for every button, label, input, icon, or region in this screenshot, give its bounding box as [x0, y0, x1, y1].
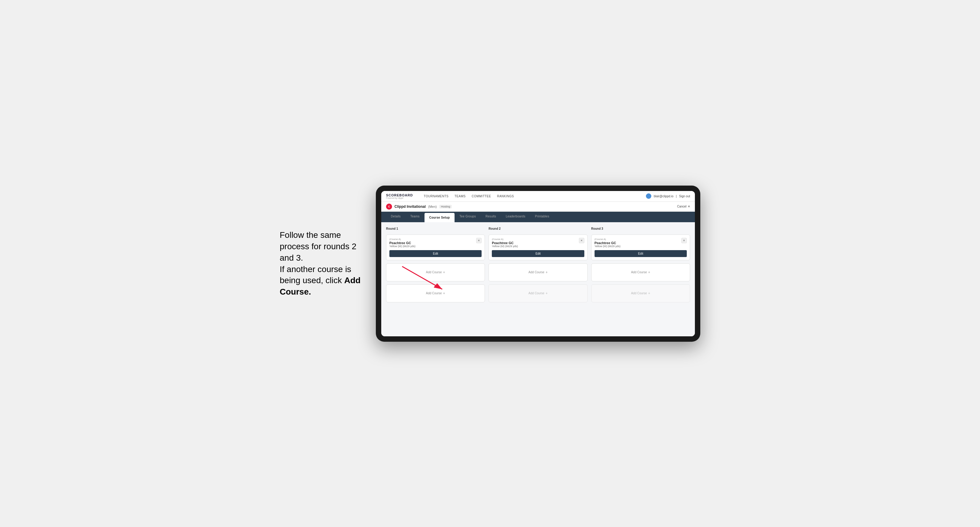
round-1-add-course-1[interactable]: Add Course +: [386, 264, 485, 281]
course-card-header-2: (Course A) Peachtree GC Yellow (M) (6629…: [492, 238, 584, 250]
round-3-add-course-1[interactable]: Add Course +: [591, 264, 690, 281]
add-course-label-r2-2: Add Course +: [528, 291, 548, 295]
tablet-frame: SCOREBOARD Powered by clippd TOURNAMENTS…: [376, 186, 700, 342]
plus-icon: +: [443, 270, 445, 275]
nav-committee[interactable]: COMMITTEE: [472, 195, 491, 198]
course-name-3: Peachtree GC: [595, 241, 621, 245]
tab-results[interactable]: Results: [481, 212, 501, 222]
card-actions-2: ✕: [579, 238, 584, 243]
round-1-edit-button[interactable]: Edit: [389, 250, 482, 257]
nav-links: TOURNAMENTS TEAMS COMMITTEE RANKINGS: [423, 195, 638, 198]
plus-icon-2: +: [443, 291, 445, 295]
nav-teams[interactable]: TEAMS: [455, 195, 466, 198]
card-delete-icon-2[interactable]: ✕: [579, 238, 584, 243]
add-course-label-r3: Add Course +: [631, 270, 650, 275]
course-details: Yellow (M) (6629 yds): [389, 245, 415, 248]
round-3-label: Round 3: [591, 227, 690, 230]
course-details-3: Yellow (M) (6629 yds): [595, 245, 621, 248]
course-card-header-3: (Course A) Peachtree GC Yellow (M) (6629…: [595, 238, 687, 250]
instruction-text: Follow the same process for rounds 2 and…: [280, 230, 361, 296]
card-delete-icon-3[interactable]: ✕: [681, 238, 687, 243]
round-2-add-course-1[interactable]: Add Course +: [488, 264, 587, 281]
hosting-badge: Hosting: [439, 205, 452, 208]
clippd-logo: C: [386, 203, 392, 210]
round-2-add-course-2: Add Course +: [488, 284, 587, 302]
course-info-2: (Course A) Peachtree GC Yellow (M) (6629…: [492, 238, 518, 250]
user-email: blair@clippd.io: [654, 195, 674, 198]
course-tag-3: (Course A): [595, 238, 621, 241]
add-course-label-r2: Add Course +: [528, 270, 548, 275]
course-tag: (Course A): [389, 238, 415, 241]
tab-printables[interactable]: Printables: [530, 212, 554, 222]
nav-right: blair@clippd.io | Sign out: [646, 194, 690, 199]
course-tag-2: (Course A): [492, 238, 518, 241]
user-avatar: [646, 194, 651, 199]
course-info-3: (Course A) Peachtree GC Yellow (M) (6629…: [595, 238, 621, 250]
tab-details[interactable]: Details: [386, 212, 406, 222]
plus-icon-r2-2: +: [546, 291, 548, 295]
course-card-header: (Course A) Peachtree GC Yellow (M) (6629…: [389, 238, 482, 250]
nav-separator: |: [676, 195, 677, 198]
round-1-column: Round 1 (Course A) Peachtree GC Yellow (…: [386, 227, 485, 302]
tablet-screen: SCOREBOARD Powered by clippd TOURNAMENTS…: [381, 191, 695, 337]
add-course-label-r3-2: Add Course +: [631, 291, 650, 295]
course-name: Peachtree GC: [389, 241, 415, 245]
cancel-x-icon: ✕: [688, 205, 690, 208]
round-3-add-course-2: Add Course +: [591, 284, 690, 302]
round-3-edit-button[interactable]: Edit: [595, 250, 687, 257]
tournament-info: C Clippd Invitational (Men) Hosting: [386, 203, 452, 210]
logo-area: SCOREBOARD Powered by clippd: [386, 194, 413, 199]
tab-tee-groups[interactable]: Tee Groups: [455, 212, 481, 222]
tournament-sub: (Men): [428, 205, 437, 208]
sign-out-link[interactable]: Sign out: [679, 195, 690, 198]
instruction-block: Follow the same process for rounds 2 and…: [280, 229, 364, 298]
scoreboard-logo: SCOREBOARD: [386, 194, 413, 197]
plus-icon-r3: +: [648, 270, 650, 275]
tab-teams[interactable]: Teams: [406, 212, 425, 222]
add-course-label-2: Add Course +: [426, 291, 445, 295]
cancel-button[interactable]: Cancel ✕: [677, 205, 690, 208]
round-2-label: Round 2: [488, 227, 587, 230]
rounds-grid: Round 1 (Course A) Peachtree GC Yellow (…: [386, 227, 690, 302]
card-actions: ✕: [476, 238, 482, 243]
round-2-column: Round 2 (Course A) Peachtree GC Yellow (…: [488, 227, 587, 302]
round-3-course-card: (Course A) Peachtree GC Yellow (M) (6629…: [591, 235, 690, 260]
add-course-emphasis: Add Course.: [280, 276, 361, 296]
nav-tournaments[interactable]: TOURNAMENTS: [423, 195, 449, 198]
round-1-label: Round 1: [386, 227, 485, 230]
round-1-add-course-2[interactable]: Add Course +: [386, 284, 485, 302]
tab-bar: Details Teams Course Setup Tee Groups Re…: [381, 212, 695, 222]
sub-header: C Clippd Invitational (Men) Hosting Canc…: [381, 202, 695, 212]
powered-by: Powered by clippd: [386, 197, 413, 199]
course-info: (Course A) Peachtree GC Yellow (M) (6629…: [389, 238, 415, 250]
plus-icon-r2: +: [546, 270, 548, 275]
course-details-2: Yellow (M) (6629 yds): [492, 245, 518, 248]
round-2-course-card: (Course A) Peachtree GC Yellow (M) (6629…: [488, 235, 587, 260]
main-content: Round 1 (Course A) Peachtree GC Yellow (…: [381, 222, 695, 337]
card-delete-icon[interactable]: ✕: [476, 238, 482, 243]
round-2-edit-button[interactable]: Edit: [492, 250, 584, 257]
card-actions-3: ✕: [681, 238, 687, 243]
top-nav: SCOREBOARD Powered by clippd TOURNAMENTS…: [381, 191, 695, 202]
round-3-column: Round 3 (Course A) Peachtree GC Yellow (…: [591, 227, 690, 302]
tab-leaderboards[interactable]: Leaderboards: [501, 212, 530, 222]
course-name-2: Peachtree GC: [492, 241, 518, 245]
round-1-course-card: (Course A) Peachtree GC Yellow (M) (6629…: [386, 235, 485, 260]
page-wrapper: Follow the same process for rounds 2 and…: [280, 186, 700, 342]
plus-icon-r3-2: +: [648, 291, 650, 295]
add-course-label: Add Course +: [426, 270, 445, 275]
nav-rankings[interactable]: RANKINGS: [497, 195, 514, 198]
tab-course-setup[interactable]: Course Setup: [425, 213, 455, 222]
tournament-name: Clippd Invitational: [395, 205, 426, 209]
